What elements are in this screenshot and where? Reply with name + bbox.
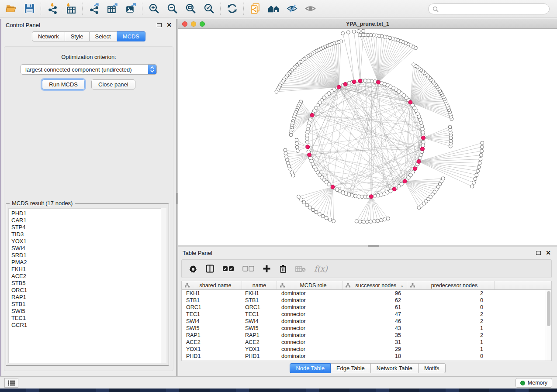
export-image-button[interactable] [121, 1, 140, 16]
close-panel-button[interactable]: Close panel [91, 79, 135, 89]
mcds-result-item[interactable]: FKH1 [9, 266, 166, 273]
import-network-file-button[interactable] [43, 1, 62, 16]
mcds-list-scrollbar[interactable] [161, 208, 166, 363]
column-layout-button[interactable] [206, 265, 214, 273]
mcds-result-item[interactable]: STB5 [9, 280, 166, 287]
memory-button[interactable]: Memory [515, 378, 552, 388]
tab-node-table[interactable]: Node Table [290, 363, 331, 373]
mcds-result-item[interactable]: TID3 [9, 231, 166, 238]
close-panel-icon[interactable]: ✕ [166, 22, 172, 28]
table-cell: 18 [343, 353, 407, 359]
column-header-mcds-role[interactable]: MCDS role [277, 281, 343, 289]
table-row[interactable]: ORC1ORC1dominator610 [182, 304, 546, 311]
tab-motifs[interactable]: Motifs [419, 363, 446, 373]
mcds-result-item[interactable]: ACE2 [9, 273, 166, 280]
share-pages-button[interactable] [246, 1, 264, 16]
column-header-shared-name[interactable]: shared name [182, 281, 242, 289]
table-cell: 31 [343, 339, 407, 345]
table-cell: 43 [343, 325, 407, 331]
zoom-selected-button[interactable] [200, 1, 218, 16]
mcds-result-item[interactable]: GCR1 [9, 322, 166, 329]
zoom-in-button[interactable] [145, 1, 163, 16]
float-panel-icon[interactable] [157, 23, 162, 27]
zoom-out-button[interactable] [163, 1, 181, 16]
open-file-button[interactable] [2, 1, 20, 16]
tab-mcds[interactable]: MCDS [117, 31, 145, 41]
toolbar-separator [82, 3, 83, 15]
delete-column-button[interactable] [279, 265, 287, 273]
tab-network-table[interactable]: Network Table [371, 363, 419, 373]
select-all-button[interactable] [222, 266, 234, 272]
mcds-result-item[interactable]: ORC1 [9, 287, 166, 294]
export-table-button[interactable] [103, 1, 121, 16]
column-header-successor-nodes[interactable]: successor nodes⌄ [343, 281, 407, 289]
import-network-icon [47, 3, 59, 14]
home-networks-button[interactable] [264, 1, 283, 16]
export-image-icon [125, 3, 137, 14]
export-network-button[interactable] [85, 1, 103, 16]
trash-icon [279, 265, 287, 273]
column-header-name[interactable]: name [242, 281, 277, 289]
show-graphics-details-button[interactable] [301, 1, 319, 16]
zoom-fit-content-button[interactable] [181, 1, 200, 16]
optimization-criterion-select[interactable]: largest connected component (undirected) [21, 64, 157, 75]
network-view[interactable] [178, 29, 557, 245]
table-cell: RAP1 [242, 332, 277, 338]
control-panel: Control Panel ✕ NetworkStyleSelectMCDS O… [1, 19, 176, 376]
table-row[interactable]: FKH1FKH1dominator962 [182, 290, 546, 297]
plus-icon [263, 265, 271, 273]
hide-graphics-details-button[interactable] [283, 1, 301, 16]
mcds-result-item[interactable]: STB1 [9, 301, 166, 308]
import-table-file-button[interactable] [62, 1, 80, 16]
table-row[interactable]: ACE2ACE2connector311 [182, 339, 546, 346]
column-label: shared name [191, 282, 240, 289]
optimization-criterion-label: Optimization criterion: [4, 54, 173, 60]
eye-slash-icon [286, 3, 298, 14]
search-field[interactable] [428, 3, 550, 14]
tab-network[interactable]: Network [32, 31, 65, 41]
mcds-result-item[interactable]: TEC1 [9, 315, 166, 322]
refresh-view-button[interactable] [223, 1, 241, 16]
table-settings-button[interactable] [189, 265, 197, 273]
column-label: MCDS role [286, 282, 340, 289]
status-bar: Memory [0, 376, 557, 389]
task-history-button[interactable] [4, 378, 18, 388]
tab-edge-table[interactable]: Edge Table [331, 363, 371, 373]
mcds-result-item[interactable]: CAR1 [9, 217, 166, 224]
mcds-result-group: MCDS result (17 nodes) PHD1CAR1STP4TID3Y… [6, 203, 169, 366]
node-table: shared namenameMCDS rolesuccessor nodes⌄… [181, 281, 552, 361]
column-header-predecessor-nodes[interactable]: predecessor nodes [407, 281, 495, 289]
network-titlebar[interactable]: YPA_prune.txt_1 [178, 19, 557, 29]
table-row[interactable]: RAP1RAP1dominator352 [182, 332, 546, 339]
table-row[interactable]: SWI4SWI4dominator462 [182, 318, 546, 325]
mcds-result-item[interactable]: STP4 [9, 224, 166, 231]
sort-menu-icon[interactable]: ⌄ [400, 282, 404, 288]
splitter-grip[interactable] [176, 193, 178, 204]
mcds-result-item[interactable]: PMA2 [9, 259, 166, 266]
table-row[interactable]: YOX1YOX1connector291 [182, 346, 546, 353]
close-panel-icon[interactable]: ✕ [546, 250, 551, 256]
add-column-button[interactable] [263, 265, 271, 273]
mcds-result-item[interactable]: SWI5 [9, 308, 166, 315]
splitter-grip[interactable] [368, 245, 379, 247]
scrollbar-thumb[interactable] [547, 291, 550, 326]
open-folder-icon [5, 3, 17, 14]
table-row[interactable]: SWI5SWI5connector431 [182, 325, 546, 332]
clear-selection-button[interactable] [242, 266, 254, 272]
tab-style[interactable]: Style [65, 31, 90, 41]
table-scrollbar[interactable] [546, 290, 551, 361]
mcds-result-item[interactable]: SWI4 [9, 245, 166, 252]
table-row[interactable]: STB1STB1dominator620 [182, 297, 546, 304]
mcds-result-item[interactable]: RAP1 [9, 294, 166, 301]
save-session-button[interactable] [20, 1, 38, 16]
mcds-result-item[interactable]: YOX1 [9, 238, 166, 245]
mcds-result-item[interactable]: PHD1 [9, 210, 166, 217]
float-panel-icon[interactable] [536, 251, 541, 255]
run-mcds-button[interactable]: Run MCDS [42, 79, 85, 89]
search-input[interactable] [441, 6, 545, 12]
table-row[interactable]: TEC1TEC1connector472 [182, 311, 546, 318]
tab-select[interactable]: Select [90, 31, 117, 41]
mcds-result-item[interactable]: SRD1 [9, 252, 166, 259]
network-canvas-svg[interactable] [178, 29, 557, 245]
table-row[interactable]: PHD1PHD1dominator180 [182, 353, 546, 360]
